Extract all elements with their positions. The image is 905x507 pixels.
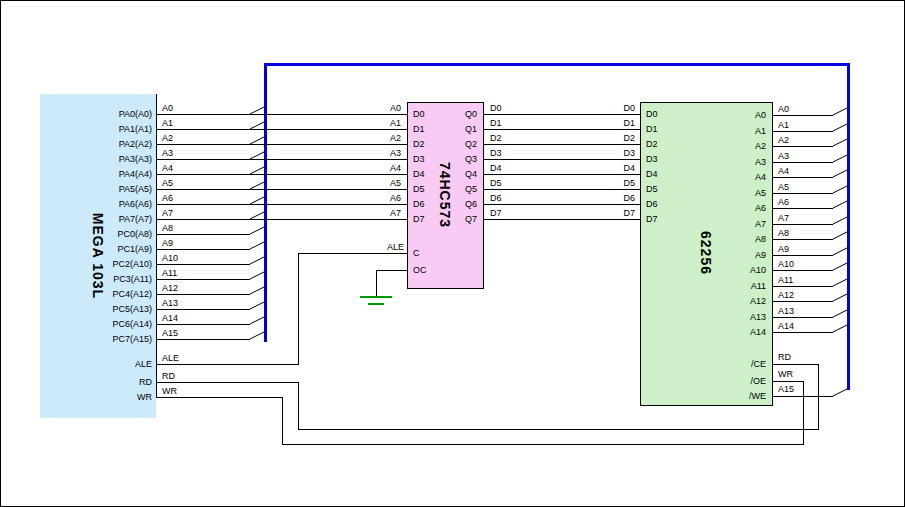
- latch-pin-label: C: [413, 248, 420, 258]
- sram-pin-label: A11: [751, 281, 766, 291]
- latch-title: 74HC573: [437, 162, 453, 228]
- net-label: A2: [390, 133, 401, 143]
- sram-pin-label: A6: [755, 203, 766, 213]
- net-label: A1: [778, 120, 789, 130]
- net-label: A13: [778, 306, 794, 316]
- net-label: D2: [490, 133, 502, 143]
- net-label: A12: [162, 283, 178, 293]
- latch-pin-label: D6: [413, 199, 425, 209]
- latch-pin-label: Q6: [465, 199, 477, 209]
- net-label: A15: [162, 328, 178, 338]
- net-label: A4: [390, 163, 401, 173]
- mcu-pin-label: PC5(A13): [112, 304, 152, 314]
- net-label: A5: [778, 182, 789, 192]
- net-label: A0: [778, 104, 789, 114]
- latch-pin-label: Q0: [465, 109, 477, 119]
- latch-pin-label: Q3: [465, 154, 477, 164]
- net-label: A6: [162, 193, 173, 203]
- mcu-pin-label: PC4(A12): [112, 289, 152, 299]
- net-label: A6: [778, 197, 789, 207]
- latch-pin-label: Q2: [465, 139, 477, 149]
- latch-pin-label: D7: [413, 214, 425, 224]
- sram-pin-label: A10: [750, 265, 766, 275]
- net-label: D7: [490, 208, 502, 218]
- mcu-pin-label: WR: [137, 392, 152, 402]
- net-label: A2: [162, 133, 173, 143]
- net-label: A5: [162, 178, 173, 188]
- latch-pin-label: OC: [413, 265, 427, 275]
- net-label: A6: [390, 193, 401, 203]
- sram-pin-label: A0: [755, 110, 766, 120]
- net-label: A9: [778, 244, 789, 254]
- sram-pin-label: A1: [755, 126, 766, 136]
- mcu-pin-label: RD: [139, 377, 152, 387]
- net-label: A0: [390, 103, 401, 113]
- net-label: A2: [778, 135, 789, 145]
- sram-pin-label: A8: [755, 234, 766, 244]
- sram-pin-label: A13: [750, 312, 766, 322]
- net-label: D0: [623, 103, 635, 113]
- net-label: D2: [623, 133, 635, 143]
- mcu-pin-label: PA7(A7): [119, 214, 152, 224]
- sram-pin-label: A3: [755, 157, 766, 167]
- net-label: A7: [162, 208, 173, 218]
- sram-pin-label: A14: [750, 327, 766, 337]
- mcu-pin-label: PC1(A9): [117, 244, 152, 254]
- sram-pin-label: A7: [755, 219, 766, 229]
- net-label: D5: [623, 178, 635, 188]
- latch-pin-label: Q1: [465, 124, 477, 134]
- net-label: A8: [778, 228, 789, 238]
- sram-pin-label: D2: [646, 139, 658, 149]
- net-label: RD: [162, 371, 175, 381]
- net-label: A11: [778, 275, 793, 285]
- net-label: A7: [390, 208, 401, 218]
- sram-title: 62256: [698, 231, 714, 275]
- latch-pin-label: Q7: [465, 214, 477, 224]
- net-label: A9: [162, 238, 173, 248]
- sram-pin-label: A9: [755, 250, 766, 260]
- sram-pin-label: D1: [646, 124, 658, 134]
- mcu-pin-label: PA6(A6): [119, 199, 152, 209]
- mcu-pin-label: PA0(A0): [119, 109, 152, 119]
- net-label: A10: [162, 253, 178, 263]
- mcu-pin-label: PA1(A1): [119, 124, 152, 134]
- sram-pin-label: /WE: [749, 391, 766, 401]
- net-label: ALE: [387, 242, 404, 252]
- sram-pin-label: D4: [646, 169, 658, 179]
- mcu-title: MEGA 103L: [90, 213, 106, 299]
- net-label: A14: [162, 313, 178, 323]
- net-label: D3: [623, 148, 635, 158]
- sram-pin-label: /OE: [750, 376, 766, 386]
- net-label: A15: [778, 384, 794, 394]
- net-label: A8: [162, 223, 173, 233]
- net-label: A3: [778, 151, 789, 161]
- mcu-pin-label: PC7(A15): [112, 334, 152, 344]
- net-label: A0: [162, 103, 173, 113]
- sram-pin-label: D0: [646, 109, 658, 119]
- latch-pin-label: D4: [413, 169, 425, 179]
- sram-pin-label: D7: [646, 214, 658, 224]
- latch-pin-label: Q5: [465, 184, 477, 194]
- net-label: A1: [390, 118, 401, 128]
- sram-pin-label: /CE: [751, 359, 766, 369]
- sram-pin-label: D5: [646, 184, 658, 194]
- sram-pin-label: A5: [755, 188, 766, 198]
- net-label: D1: [623, 118, 635, 128]
- net-label: A7: [778, 213, 789, 223]
- circuit-diagram: PA0(A0)PA1(A1)PA2(A2)PA3(A3)PA4(A4)PA5(A…: [0, 0, 905, 507]
- latch-pin-label: Q4: [465, 169, 477, 179]
- latch-pin-label: D0: [413, 109, 425, 119]
- net-label: A5: [390, 178, 401, 188]
- net-label: A3: [162, 148, 173, 158]
- mcu-pin-label: ALE: [135, 359, 152, 369]
- mcu-pin-label: PA4(A4): [119, 169, 152, 179]
- net-label: A4: [162, 163, 173, 173]
- mcu-pin-label: PC2(A10): [112, 259, 152, 269]
- net-label: A12: [778, 290, 794, 300]
- net-label: A1: [162, 118, 173, 128]
- latch-pin-label: D2: [413, 139, 425, 149]
- net-label: D6: [490, 193, 502, 203]
- net-label: RD: [778, 352, 791, 362]
- mcu-pin-label: PA3(A3): [119, 154, 152, 164]
- net-label: D0: [490, 103, 502, 113]
